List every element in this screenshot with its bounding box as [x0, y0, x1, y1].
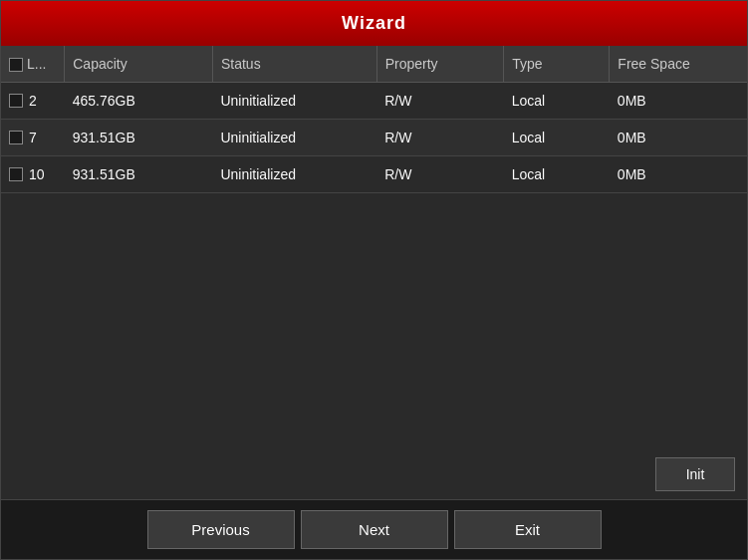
cell-freespace-1: 0MB: [610, 120, 747, 156]
header-label: L...: [1, 46, 65, 83]
wizard-dialog: Wizard L... Capacity Status Property Typ…: [0, 0, 748, 560]
cell-type-1: Local: [504, 120, 610, 156]
empty-space: [1, 248, 747, 450]
table-row: 7 931.51GB Uninitialized R/W Local 0MB: [1, 120, 747, 156]
cell-label-1: 7: [1, 120, 65, 156]
content-area: L... Capacity Status Property Type Free …: [1, 46, 747, 499]
row-checkbox-2[interactable]: [9, 167, 23, 181]
cell-status-1: Uninitialized: [212, 120, 376, 156]
exit-button[interactable]: Exit: [454, 510, 602, 549]
cell-property-0: R/W: [376, 83, 503, 120]
init-row: Init: [1, 449, 747, 499]
header-capacity: Capacity: [65, 46, 213, 83]
cell-status-0: Uninitialized: [212, 83, 376, 120]
row-checkbox-1[interactable]: [9, 131, 23, 144]
row-checkbox-0[interactable]: [9, 94, 23, 108]
cell-property-2: R/W: [376, 156, 503, 193]
cell-type-2: Local: [504, 156, 610, 193]
header-type: Type: [504, 46, 610, 83]
header-freespace: Free Space: [610, 46, 747, 83]
cell-capacity-0: 465.76GB: [65, 83, 213, 120]
table-body: 2 465.76GB Uninitialized R/W Local 0MB 7…: [1, 83, 747, 193]
cell-property-1: R/W: [376, 120, 503, 156]
cell-freespace-2: 0MB: [610, 156, 747, 193]
cell-type-0: Local: [504, 83, 610, 120]
bottom-bar: Previous Next Exit: [1, 499, 747, 559]
cell-capacity-1: 931.51GB: [65, 120, 213, 156]
header-status: Status: [212, 46, 376, 83]
previous-button[interactable]: Previous: [147, 510, 295, 549]
title-bar: Wizard: [1, 1, 747, 46]
header-property: Property: [376, 46, 503, 83]
cell-freespace-0: 0MB: [610, 83, 747, 120]
table-row: 10 931.51GB Uninitialized R/W Local 0MB: [1, 156, 747, 193]
next-button[interactable]: Next: [301, 510, 448, 549]
bottom-buttons: Previous Next Exit: [1, 510, 747, 549]
cell-label-2: 10: [1, 156, 65, 193]
header-checkbox[interactable]: [9, 58, 23, 72]
init-button[interactable]: Init: [655, 457, 735, 491]
cell-status-2: Uninitialized: [212, 156, 376, 193]
disk-table-container: L... Capacity Status Property Type Free …: [1, 46, 747, 248]
table-header-row: L... Capacity Status Property Type Free …: [1, 46, 747, 83]
table-row: 2 465.76GB Uninitialized R/W Local 0MB: [1, 83, 747, 120]
cell-capacity-2: 931.51GB: [65, 156, 213, 193]
dialog-title: Wizard: [342, 13, 406, 34]
disk-table: L... Capacity Status Property Type Free …: [1, 46, 747, 193]
cell-label-0: 2: [1, 83, 65, 120]
